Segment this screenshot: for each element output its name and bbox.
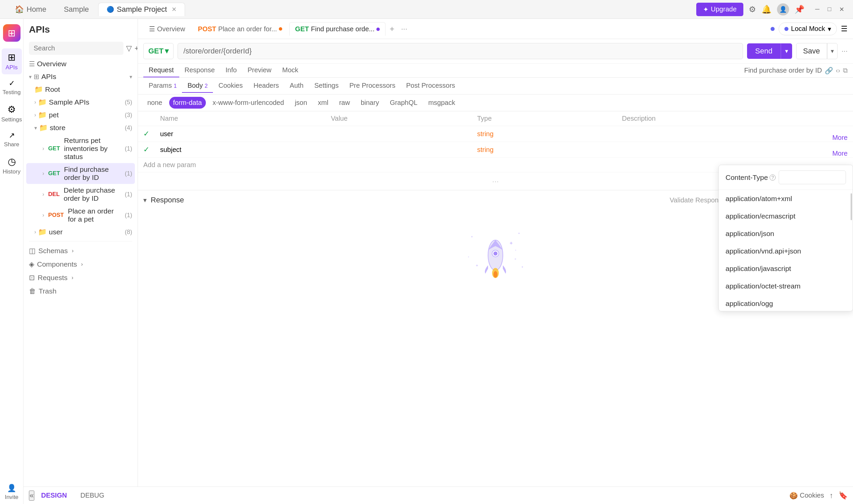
sidebar-item-share[interactable]: ↗ Share bbox=[2, 128, 22, 151]
tree-item-get-order[interactable]: › GET Find purchase order by ID (1) bbox=[26, 163, 135, 184]
add-button[interactable]: + bbox=[135, 44, 138, 53]
cookies-button[interactable]: 🍪 Cookies bbox=[789, 491, 824, 500]
settings-icon[interactable]: ⚙ bbox=[749, 5, 756, 14]
row2-more-button[interactable]: More bbox=[832, 150, 848, 157]
nav-requests[interactable]: ⊡ Requests › bbox=[23, 271, 138, 285]
sample-apis-folder-icon: 📁 bbox=[38, 98, 47, 106]
dropdown-item[interactable]: application/javascript bbox=[719, 260, 853, 277]
sub-tab-raw[interactable]: raw bbox=[335, 97, 354, 109]
tree-item-post-order[interactable]: › POST Place an order for a pet (1) bbox=[26, 205, 135, 226]
content-type-input[interactable] bbox=[779, 170, 846, 184]
tab-home[interactable]: 🏠 Home bbox=[7, 3, 54, 16]
local-mock-button[interactable]: Local Mock ▾ bbox=[779, 22, 837, 35]
tree-item-pet[interactable]: › 📁 pet (3) bbox=[26, 109, 135, 121]
tab-more-button[interactable]: ··· bbox=[398, 23, 410, 35]
save-dropdown-button[interactable]: ▾ bbox=[827, 43, 837, 59]
sub-tab-form-data[interactable]: form-data bbox=[169, 97, 206, 109]
sub-tab-urlencoded[interactable]: x-www-form-urlencoded bbox=[209, 97, 288, 109]
sub-tab-json[interactable]: json bbox=[290, 97, 311, 109]
components-chevron-icon: › bbox=[81, 261, 83, 267]
tab-pre-processors[interactable]: Pre Processors bbox=[344, 79, 401, 93]
close-tab-icon[interactable]: ✕ bbox=[172, 6, 177, 13]
tab-post-processors[interactable]: Post Processors bbox=[401, 79, 461, 93]
tree-item-del-order[interactable]: › DEL Delete purchase order by ID (1) bbox=[26, 184, 135, 205]
link-icon[interactable]: 🔗 bbox=[825, 67, 833, 75]
tree-item-user[interactable]: › 📁 user (8) bbox=[26, 226, 135, 238]
minimize-button[interactable]: ─ bbox=[813, 5, 822, 14]
sub-tab-graphql[interactable]: GraphQL bbox=[386, 97, 422, 109]
dropdown-item[interactable]: application/ogg bbox=[719, 295, 853, 311]
add-tab-button[interactable]: + bbox=[387, 23, 397, 35]
tab-cookies[interactable]: Cookies bbox=[213, 79, 248, 93]
nav-schemas[interactable]: ◫ Schemas › bbox=[23, 244, 138, 257]
req-tab-preview[interactable]: Preview bbox=[242, 64, 277, 77]
tab-sample[interactable]: Sample bbox=[56, 3, 97, 16]
send-button[interactable]: Send bbox=[747, 43, 780, 59]
tree-item-get-inventories[interactable]: › GET Returns pet inventories by status … bbox=[26, 134, 135, 163]
sidebar-item-testing[interactable]: ✓ Testing bbox=[2, 76, 22, 99]
row2-description[interactable]: More bbox=[617, 142, 853, 158]
req-tab-request[interactable]: Request bbox=[143, 64, 179, 77]
send-dropdown-button[interactable]: ▾ bbox=[781, 43, 792, 59]
row2-check-icon[interactable]: ✓ bbox=[143, 145, 149, 154]
url-more-button[interactable]: ··· bbox=[841, 47, 848, 55]
sidebar-item-apis[interactable]: ⊞ APIs bbox=[2, 49, 22, 74]
invite-icon: 👤 bbox=[7, 484, 16, 492]
tab-params[interactable]: Params 1 bbox=[143, 79, 182, 93]
collapse-response-icon[interactable]: ▾ bbox=[143, 196, 147, 204]
close-button[interactable]: ✕ bbox=[837, 5, 846, 14]
tree-item-apis[interactable]: ▾ ⊞ APIs ▾ bbox=[26, 70, 135, 83]
nav-trash[interactable]: 🗑 Trash bbox=[23, 285, 138, 298]
sidebar-item-settings[interactable]: ⚙ Settings bbox=[2, 101, 22, 126]
dropdown-item[interactable]: application/ecmascript bbox=[719, 208, 853, 225]
method-selector[interactable]: GET ▾ bbox=[143, 43, 174, 59]
req-tab-response[interactable]: Response bbox=[179, 64, 220, 77]
row1-description[interactable]: More bbox=[617, 126, 853, 142]
bell-icon[interactable]: 🔔 bbox=[762, 5, 771, 14]
bookmark-icon[interactable]: 🔖 bbox=[838, 491, 848, 500]
dropdown-item[interactable]: application/json bbox=[719, 225, 853, 242]
req-tab-mock[interactable]: Mock bbox=[277, 64, 304, 77]
copy-icon[interactable]: ⧉ bbox=[843, 67, 848, 74]
filter-button[interactable]: ▽ bbox=[126, 44, 132, 53]
sub-tab-msgpack[interactable]: msgpack bbox=[424, 97, 459, 109]
save-button[interactable]: Save bbox=[796, 43, 827, 59]
upgrade-button[interactable]: ✦ Upgrade bbox=[696, 3, 743, 16]
sidebar-item-invite[interactable]: 👤 Invite bbox=[2, 481, 22, 504]
tab-auth[interactable]: Auth bbox=[284, 79, 309, 93]
pin-icon[interactable]: 📌 bbox=[795, 5, 804, 14]
req-tab-info[interactable]: Info bbox=[220, 64, 242, 77]
tab-post-order[interactable]: POST Place an order for... bbox=[192, 22, 288, 36]
dropdown-item[interactable]: application/atom+xml bbox=[719, 190, 853, 208]
tab-settings[interactable]: Settings bbox=[309, 79, 344, 93]
upload-icon[interactable]: ↑ bbox=[830, 491, 833, 500]
tree-item-store[interactable]: ▾ 📁 store (4) bbox=[26, 121, 135, 134]
dropdown-item[interactable]: application/octet-stream bbox=[719, 277, 853, 295]
sub-tab-binary[interactable]: binary bbox=[357, 97, 383, 109]
sidebar-item-history[interactable]: ◷ History bbox=[2, 152, 22, 179]
sub-tab-none[interactable]: none bbox=[143, 97, 166, 109]
avatar[interactable]: 👤 bbox=[777, 3, 789, 16]
nav-components[interactable]: ◈ Components › bbox=[23, 257, 138, 271]
row1-more-button[interactable]: More bbox=[832, 134, 848, 142]
code-icon[interactable]: ‹› bbox=[836, 67, 840, 74]
tab-get-order[interactable]: GET Find purchase orde... bbox=[289, 22, 386, 36]
global-more-button[interactable]: ☰ bbox=[841, 24, 848, 33]
search-input[interactable] bbox=[29, 42, 123, 55]
sub-tab-xml[interactable]: xml bbox=[314, 97, 332, 109]
tree-item-overview[interactable]: ☰ Overview bbox=[26, 57, 135, 70]
tree-item-root[interactable]: 📁 Root bbox=[26, 83, 135, 96]
tab-body[interactable]: Body 2 bbox=[182, 79, 213, 93]
url-input[interactable] bbox=[178, 43, 743, 59]
tab-sample-project[interactable]: 🔵 Sample Project ✕ bbox=[98, 3, 185, 16]
tab-overview[interactable]: ☰ Overview bbox=[143, 22, 191, 36]
row1-check-icon[interactable]: ✓ bbox=[143, 129, 149, 138]
dropdown-item[interactable]: application/vnd.api+json bbox=[719, 242, 853, 260]
row1-value[interactable] bbox=[325, 126, 472, 142]
tab-headers[interactable]: Headers bbox=[248, 79, 285, 93]
tree-item-sample-apis[interactable]: › 📁 Sample APIs (5) bbox=[26, 96, 135, 109]
maximize-button[interactable]: □ bbox=[825, 5, 834, 14]
row2-name[interactable]: subject bbox=[155, 142, 325, 158]
row1-name[interactable]: user bbox=[155, 126, 325, 142]
row2-value[interactable] bbox=[325, 142, 472, 158]
